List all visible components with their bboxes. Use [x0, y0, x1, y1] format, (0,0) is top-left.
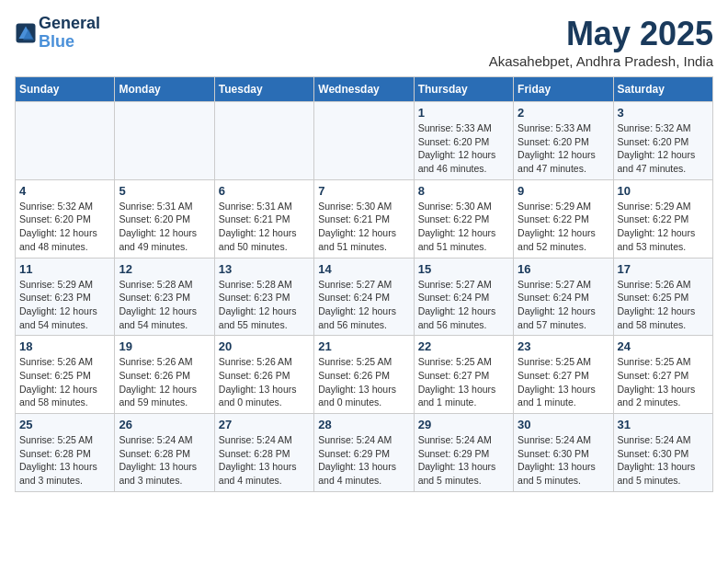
day-header-sunday: Sunday — [16, 77, 115, 102]
calendar-cell — [115, 102, 214, 180]
day-info: Sunrise: 5:26 AM Sunset: 6:25 PM Dayligh… — [618, 278, 709, 332]
calendar-week-5: 25Sunrise: 5:25 AM Sunset: 6:28 PM Dayli… — [16, 414, 713, 492]
calendar-cell: 2Sunrise: 5:33 AM Sunset: 6:20 PM Daylig… — [514, 102, 613, 180]
day-header-monday: Monday — [115, 77, 214, 102]
day-number: 29 — [418, 418, 509, 431]
calendar-cell: 8Sunrise: 5:30 AM Sunset: 6:22 PM Daylig… — [414, 179, 513, 258]
day-info: Sunrise: 5:30 AM Sunset: 6:21 PM Dayligh… — [318, 200, 409, 254]
month-title: May 2025 — [489, 15, 713, 53]
calendar-week-1: 1Sunrise: 5:33 AM Sunset: 6:20 PM Daylig… — [16, 102, 713, 180]
day-info: Sunrise: 5:28 AM Sunset: 6:23 PM Dayligh… — [219, 278, 310, 332]
calendar-cell: 15Sunrise: 5:27 AM Sunset: 6:24 PM Dayli… — [414, 258, 513, 336]
calendar-cell: 3Sunrise: 5:32 AM Sunset: 6:20 PM Daylig… — [613, 102, 712, 180]
day-number: 15 — [418, 262, 509, 276]
day-info: Sunrise: 5:27 AM Sunset: 6:24 PM Dayligh… — [418, 278, 509, 332]
day-info: Sunrise: 5:25 AM Sunset: 6:27 PM Dayligh… — [618, 355, 709, 409]
day-number: 5 — [119, 184, 210, 198]
calendar-cell — [314, 102, 414, 180]
day-number: 7 — [318, 184, 409, 198]
day-number: 30 — [518, 418, 609, 431]
title-area: May 2025 Akasahebpet, Andhra Pradesh, In… — [489, 15, 713, 69]
day-info: Sunrise: 5:30 AM Sunset: 6:22 PM Dayligh… — [418, 200, 509, 254]
logo: General Blue — [15, 15, 100, 52]
day-number: 10 — [618, 184, 709, 198]
day-number: 21 — [318, 339, 409, 353]
calendar-cell: 6Sunrise: 5:31 AM Sunset: 6:21 PM Daylig… — [214, 179, 313, 258]
day-number: 11 — [19, 262, 110, 276]
day-info: Sunrise: 5:27 AM Sunset: 6:24 PM Dayligh… — [518, 278, 609, 332]
calendar-cell: 20Sunrise: 5:26 AM Sunset: 6:26 PM Dayli… — [214, 336, 313, 414]
logo-line1: General — [39, 15, 100, 33]
calendar-cell: 25Sunrise: 5:25 AM Sunset: 6:28 PM Dayli… — [16, 414, 115, 492]
day-info: Sunrise: 5:25 AM Sunset: 6:27 PM Dayligh… — [418, 355, 509, 409]
day-number: 27 — [219, 418, 310, 431]
calendar-cell: 9Sunrise: 5:29 AM Sunset: 6:22 PM Daylig… — [514, 179, 613, 258]
calendar-cell: 27Sunrise: 5:24 AM Sunset: 6:28 PM Dayli… — [214, 414, 313, 492]
calendar-week-4: 18Sunrise: 5:26 AM Sunset: 6:25 PM Dayli… — [16, 336, 713, 414]
calendar-cell: 21Sunrise: 5:25 AM Sunset: 6:26 PM Dayli… — [314, 336, 414, 414]
day-number: 17 — [618, 262, 709, 276]
calendar-cell: 18Sunrise: 5:26 AM Sunset: 6:25 PM Dayli… — [16, 336, 115, 414]
calendar-cell: 31Sunrise: 5:24 AM Sunset: 6:30 PM Dayli… — [613, 414, 712, 492]
calendar-cell: 19Sunrise: 5:26 AM Sunset: 6:26 PM Dayli… — [115, 336, 214, 414]
calendar-cell: 23Sunrise: 5:25 AM Sunset: 6:27 PM Dayli… — [514, 336, 613, 414]
calendar-cell — [214, 102, 313, 180]
calendar-cell: 17Sunrise: 5:26 AM Sunset: 6:25 PM Dayli… — [613, 258, 712, 336]
day-info: Sunrise: 5:27 AM Sunset: 6:24 PM Dayligh… — [318, 278, 409, 332]
day-info: Sunrise: 5:33 AM Sunset: 6:20 PM Dayligh… — [518, 121, 609, 176]
day-number: 28 — [318, 418, 409, 431]
day-number: 22 — [418, 339, 509, 353]
calendar-cell: 10Sunrise: 5:29 AM Sunset: 6:22 PM Dayli… — [613, 179, 712, 258]
day-number: 8 — [418, 184, 509, 198]
location-title: Akasahebpet, Andhra Pradesh, India — [489, 53, 713, 69]
day-info: Sunrise: 5:32 AM Sunset: 6:20 PM Dayligh… — [19, 200, 110, 254]
calendar-cell: 4Sunrise: 5:32 AM Sunset: 6:20 PM Daylig… — [16, 179, 115, 258]
day-info: Sunrise: 5:33 AM Sunset: 6:20 PM Dayligh… — [418, 121, 509, 176]
day-info: Sunrise: 5:24 AM Sunset: 6:28 PM Dayligh… — [219, 433, 310, 488]
calendar-cell — [16, 102, 115, 180]
day-info: Sunrise: 5:32 AM Sunset: 6:20 PM Dayligh… — [618, 121, 709, 176]
day-info: Sunrise: 5:25 AM Sunset: 6:26 PM Dayligh… — [318, 355, 409, 409]
day-number: 13 — [219, 262, 310, 276]
header: General Blue May 2025 Akasahebpet, Andhr… — [15, 15, 713, 69]
day-number: 16 — [518, 262, 609, 276]
calendar-week-3: 11Sunrise: 5:29 AM Sunset: 6:23 PM Dayli… — [16, 258, 713, 336]
calendar-cell: 13Sunrise: 5:28 AM Sunset: 6:23 PM Dayli… — [214, 258, 313, 336]
calendar-cell: 7Sunrise: 5:30 AM Sunset: 6:21 PM Daylig… — [314, 179, 414, 258]
day-number: 23 — [518, 339, 609, 353]
day-info: Sunrise: 5:24 AM Sunset: 6:30 PM Dayligh… — [618, 433, 709, 488]
day-number: 31 — [618, 418, 709, 431]
logo-icon — [15, 22, 37, 44]
day-info: Sunrise: 5:24 AM Sunset: 6:28 PM Dayligh… — [119, 433, 210, 488]
calendar-cell: 29Sunrise: 5:24 AM Sunset: 6:29 PM Dayli… — [414, 414, 513, 492]
calendar-cell: 30Sunrise: 5:24 AM Sunset: 6:30 PM Dayli… — [514, 414, 613, 492]
calendar-cell: 16Sunrise: 5:27 AM Sunset: 6:24 PM Dayli… — [514, 258, 613, 336]
day-number: 3 — [618, 106, 709, 120]
day-number: 1 — [418, 106, 509, 120]
day-info: Sunrise: 5:26 AM Sunset: 6:26 PM Dayligh… — [119, 355, 210, 409]
day-number: 18 — [19, 339, 110, 353]
day-header-thursday: Thursday — [414, 77, 513, 102]
day-info: Sunrise: 5:29 AM Sunset: 6:23 PM Dayligh… — [19, 278, 110, 332]
calendar-week-2: 4Sunrise: 5:32 AM Sunset: 6:20 PM Daylig… — [16, 179, 713, 258]
day-number: 20 — [219, 339, 310, 353]
day-info: Sunrise: 5:26 AM Sunset: 6:25 PM Dayligh… — [19, 355, 110, 409]
day-info: Sunrise: 5:31 AM Sunset: 6:21 PM Dayligh… — [219, 200, 310, 254]
calendar-cell: 5Sunrise: 5:31 AM Sunset: 6:20 PM Daylig… — [115, 179, 214, 258]
day-number: 9 — [518, 184, 609, 198]
day-info: Sunrise: 5:24 AM Sunset: 6:30 PM Dayligh… — [518, 433, 609, 488]
day-header-tuesday: Tuesday — [214, 77, 313, 102]
day-number: 26 — [119, 418, 210, 431]
day-number: 4 — [19, 184, 110, 198]
calendar-table: SundayMondayTuesdayWednesdayThursdayFrid… — [15, 76, 713, 492]
day-info: Sunrise: 5:24 AM Sunset: 6:29 PM Dayligh… — [418, 433, 509, 488]
day-info: Sunrise: 5:29 AM Sunset: 6:22 PM Dayligh… — [618, 200, 709, 254]
day-number: 12 — [119, 262, 210, 276]
calendar-cell: 14Sunrise: 5:27 AM Sunset: 6:24 PM Dayli… — [314, 258, 414, 336]
calendar-cell: 22Sunrise: 5:25 AM Sunset: 6:27 PM Dayli… — [414, 336, 513, 414]
day-header-saturday: Saturday — [613, 77, 712, 102]
day-number: 6 — [219, 184, 310, 198]
day-info: Sunrise: 5:28 AM Sunset: 6:23 PM Dayligh… — [119, 278, 210, 332]
day-number: 25 — [19, 418, 110, 431]
logo-line2: Blue — [39, 33, 100, 52]
